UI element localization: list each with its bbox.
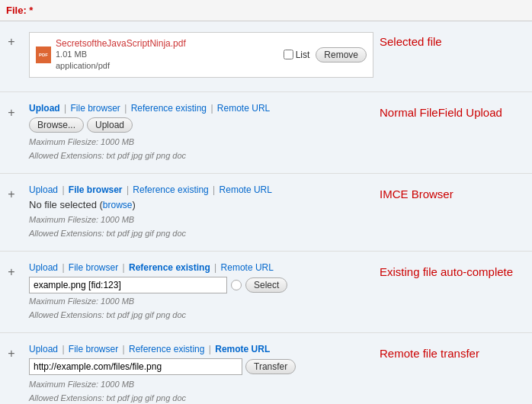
allowed-ext-2: Allowed Extensions: txt pdf jpg gif png … xyxy=(29,227,373,240)
section-plus-2: + xyxy=(0,98,23,120)
tab-remoteurl-3[interactable]: Remote URL xyxy=(221,262,274,273)
tab-reference-3[interactable]: Reference existing xyxy=(129,262,210,273)
normal-upload-section: + Upload | File browser | Reference exis… xyxy=(0,92,532,174)
url-input[interactable] xyxy=(29,358,242,375)
list-checkbox-area: List xyxy=(284,50,310,60)
allowed-ext-4: Allowed Extensions: txt pdf jpg gif png … xyxy=(29,392,373,404)
tab-filebrowser-1[interactable]: File browser xyxy=(70,103,120,114)
remove-button[interactable]: Remove xyxy=(316,47,367,63)
section-plus-1: + xyxy=(0,27,23,49)
tab-remoteurl-1[interactable]: Remote URL xyxy=(217,103,270,114)
no-file-text: No file selected xyxy=(29,199,97,210)
section-label-selected-file: Selected file xyxy=(380,27,532,48)
tab-remoteurl-4[interactable]: Remote URL xyxy=(215,344,270,354)
list-checkbox[interactable] xyxy=(284,50,293,59)
selected-file-content: SecretsoftheJavaScriptNinja.pdf 1.01 MB … xyxy=(23,27,380,85)
normal-upload-content: Upload | File browser | Reference existi… xyxy=(23,98,380,167)
tab-remoteurl-2[interactable]: Remote URL xyxy=(220,184,272,195)
transfer-button[interactable]: Transfer xyxy=(245,359,296,374)
tab-reference-2[interactable]: Reference existing xyxy=(133,184,208,195)
imce-browser-section: + Upload | File browser | Reference exis… xyxy=(0,174,532,252)
autocomplete-input[interactable] xyxy=(29,277,227,293)
title-text: File: xyxy=(6,5,27,16)
imce-no-file: No file selected (browse) xyxy=(29,199,373,210)
section-plus-5: + xyxy=(0,339,23,361)
selected-file-box: SecretsoftheJavaScriptNinja.pdf 1.01 MB … xyxy=(29,32,373,78)
section-plus-3: + xyxy=(0,180,23,201)
tab-upload-3[interactable]: Upload xyxy=(29,262,58,273)
existing-tabs: Upload | File browser | Reference existi… xyxy=(29,262,373,273)
radio-indicator xyxy=(231,280,242,290)
tab-upload-1[interactable]: Upload xyxy=(29,103,60,114)
section-label-normal-upload: Normal FileField Upload xyxy=(380,98,532,119)
remote-controls: Transfer xyxy=(29,358,373,375)
upload-button[interactable]: Upload xyxy=(87,117,133,133)
tab-filebrowser-2[interactable]: File browser xyxy=(69,184,123,195)
select-button[interactable]: Select xyxy=(245,277,287,293)
existing-autocomplete-section: + Upload | File browser | Reference exis… xyxy=(0,252,532,333)
allowed-ext-3: Allowed Extensions: txt pdf jpg gif png … xyxy=(29,309,373,322)
tab-upload-2[interactable]: Upload xyxy=(29,184,58,195)
section-label-imce: IMCE Browser xyxy=(380,180,532,200)
page-title: File: * xyxy=(0,0,532,21)
tab-reference-1[interactable]: Reference existing xyxy=(131,103,207,114)
file-name-link[interactable]: SecretsoftheJavaScriptNinja.pdf xyxy=(56,38,186,49)
max-filesize-2: Maximum Filesize: 1000 MB xyxy=(29,213,373,226)
allowed-ext-1: Allowed Extensions: txt pdf jpg gif png … xyxy=(29,149,373,162)
tab-filebrowser-3[interactable]: File browser xyxy=(69,262,118,273)
imce-content: Upload | File browser | Reference existi… xyxy=(23,180,380,245)
max-filesize-3: Maximum Filesize: 1000 MB xyxy=(29,295,373,308)
pdf-icon xyxy=(36,46,51,63)
tab-upload-4[interactable]: Upload xyxy=(29,344,58,354)
browse-inline-link[interactable]: browse xyxy=(103,200,133,210)
list-label: List xyxy=(296,50,310,60)
autocomplete-row: Select xyxy=(29,277,373,293)
tab-reference-4[interactable]: Reference existing xyxy=(129,344,204,354)
remote-tabs: Upload | File browser | Reference existi… xyxy=(29,344,373,354)
section-label-remote: Remote file transfer xyxy=(380,339,532,360)
upload-controls: Browse... Upload xyxy=(29,117,373,133)
max-filesize-1: Maximum Filesize: 1000 MB xyxy=(29,136,373,149)
selected-file-section: + SecretsoftheJavaScriptNinja.pdf 1.01 M… xyxy=(0,21,532,92)
file-info: SecretsoftheJavaScriptNinja.pdf 1.01 MB … xyxy=(56,37,284,72)
remote-content: Upload | File browser | Reference existi… xyxy=(23,339,380,404)
section-plus-4: + xyxy=(0,258,23,279)
max-filesize-4: Maximum Filesize: 1000 MB xyxy=(29,378,373,391)
section-label-existing: Existing file auto-complete xyxy=(380,258,532,278)
browse-button[interactable]: Browse... xyxy=(29,117,84,133)
required-marker: * xyxy=(29,5,33,16)
existing-content: Upload | File browser | Reference existi… xyxy=(23,258,380,326)
tab-filebrowser-4[interactable]: File browser xyxy=(69,344,118,354)
upload-tabs: Upload | File browser | Reference existi… xyxy=(29,103,373,114)
remote-transfer-section: + Upload | File browser | Reference exis… xyxy=(0,333,532,404)
imce-tabs: Upload | File browser | Reference existi… xyxy=(29,184,373,195)
file-size: 1.01 MB xyxy=(56,49,284,60)
file-type: application/pdf xyxy=(56,60,284,72)
